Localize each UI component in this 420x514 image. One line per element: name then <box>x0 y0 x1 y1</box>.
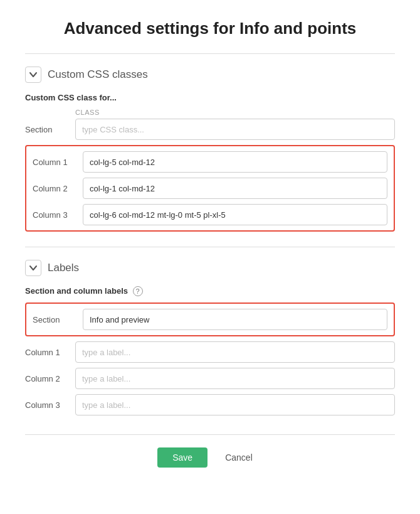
custom-css-section-title: Custom CSS classes <box>48 68 148 81</box>
labels-column2-input[interactable] <box>75 368 395 389</box>
labels-column2-row: Column 2 <box>25 368 395 389</box>
top-divider <box>25 53 395 54</box>
chevron-down-icon <box>29 71 37 78</box>
css-section-input[interactable] <box>75 119 395 140</box>
labels-section-highlighted-group: Section <box>25 303 395 336</box>
labels-column2-label: Column 2 <box>25 374 75 383</box>
middle-divider <box>25 247 395 247</box>
css-column1-input[interactable] <box>83 151 387 173</box>
css-column1-row: Column 1 <box>33 151 387 173</box>
chevron-down-icon <box>29 264 37 272</box>
css-column3-label: Column 3 <box>33 210 83 220</box>
labels-column1-label: Column 1 <box>25 348 75 357</box>
labels-section-label: Section <box>33 315 83 324</box>
labels-section: Labels Section and column labels ? Secti… <box>25 260 395 415</box>
custom-css-content: Custom CSS class for... CLASS Section Co… <box>25 93 395 232</box>
css-section-label: Section <box>25 125 75 134</box>
labels-content: Section and column labels ? Section Colu… <box>25 286 395 415</box>
labels-section-title: Labels <box>48 262 79 274</box>
css-column3-input[interactable] <box>83 204 387 225</box>
labels-section-input[interactable] <box>83 309 387 330</box>
css-column-header-row: CLASS <box>25 109 395 116</box>
css-column2-input[interactable] <box>83 178 387 199</box>
css-column1-label: Column 1 <box>33 158 83 167</box>
cancel-button[interactable]: Cancel <box>215 447 263 468</box>
css-column3-row: Column 3 <box>33 204 387 225</box>
css-columns-highlighted-group: Column 1 Column 2 Column 3 <box>25 145 395 232</box>
labels-column3-label: Column 3 <box>25 400 75 410</box>
labels-column3-row: Column 3 <box>25 394 395 415</box>
labels-column3-input[interactable] <box>75 394 395 415</box>
labels-collapse-button[interactable] <box>25 260 41 276</box>
custom-css-subsection-label: Custom CSS class for... <box>25 93 395 102</box>
css-column-header: CLASS <box>75 109 100 116</box>
custom-css-section: Custom CSS classes Custom CSS class for.… <box>25 67 395 232</box>
footer-actions: Save Cancel <box>25 434 395 468</box>
labels-column1-row: Column 1 <box>25 341 395 363</box>
css-column2-row: Column 2 <box>33 178 387 199</box>
page-title: Advanced settings for Info and points <box>25 19 395 38</box>
labels-header: Labels <box>25 260 395 276</box>
custom-css-collapse-button[interactable] <box>25 67 41 83</box>
css-section-row: Section <box>25 119 395 140</box>
css-column2-label: Column 2 <box>33 184 83 193</box>
labels-column1-input[interactable] <box>75 341 395 363</box>
save-button[interactable]: Save <box>157 447 207 468</box>
help-icon[interactable]: ? <box>133 286 143 296</box>
labels-section-row: Section <box>33 309 387 330</box>
custom-css-header: Custom CSS classes <box>25 67 395 83</box>
labels-subsection-label: Section and column labels ? <box>25 286 395 296</box>
